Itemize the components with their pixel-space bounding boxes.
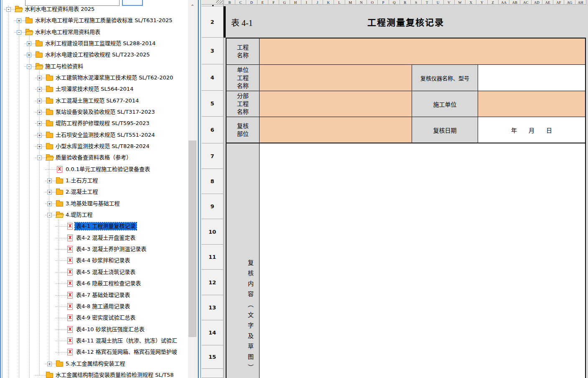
tree-item-label[interactable]: 水利水电工程单元工程施工质量验收标准 SL/T631-2025 [34,17,174,24]
tree-item[interactable]: +水利水电建设工程验收规程 SL/T223-2025 [3,49,188,61]
tree-item[interactable]: +2.混凝土工程 [3,186,188,198]
column-header[interactable]: AC [520,0,531,5]
tree-item[interactable]: 表4-11 混凝土抗压（抗渗、抗冻）试验汇 [3,335,188,347]
tree-item-label[interactable]: 5.水工金属结构安装工程 [64,360,126,368]
tree-item[interactable]: 表4-10 砂浆抗压强度汇总表 [3,324,188,335]
tree-item-label[interactable]: 泵站设备安装及验收规范 SL/T317-2023 [54,108,156,116]
column-header[interactable]: Q [389,0,400,5]
tree-item-label[interactable]: 表4-9 密实度试验汇总表 [75,314,137,322]
tree-item-label[interactable]: 表4-2 混凝土开盘鉴定表 [75,234,137,242]
expand-toggle-icon[interactable]: + [37,76,42,80]
tree-item[interactable]: 表4-6 隐蔽工程检查记录表 [3,278,188,289]
cell-unit-project-label[interactable]: 单位工程名称 [227,65,259,91]
tree-item[interactable]: +水利水电工程单元工程施工质量验收标准 SL/T631-2025 [3,15,188,26]
scrollbar-thumb[interactable] [188,140,196,337]
column-header[interactable]: W [455,0,466,5]
row-header[interactable]: 8 [201,169,224,194]
tree-item-label[interactable]: 水利水电工程资料用表 2025 [23,5,96,13]
column-header[interactable]: K [323,0,334,5]
row-header[interactable]: 9 [201,194,224,219]
tree-item-label[interactable]: 水利工程建设项目施工监理规范 SL288-2014 [44,40,157,47]
tree-item[interactable]: 表4-3 混凝土养护测温记录表 [3,244,188,255]
tree-item-label[interactable]: 4.堤防工程 [64,211,94,219]
tree-item-label[interactable]: 水利水电建设工程验收规程 SL/T223-2025 [44,51,151,59]
tree-item[interactable]: 水工金属结构制造安装质量检验检测规程 SL/T58 [3,370,188,378]
tree-item[interactable]: +3.地基处理与基础工程 [3,198,188,209]
row-header[interactable]: 7 [201,143,224,169]
expand-toggle-icon[interactable]: + [37,121,42,126]
row-header[interactable]: 12 [201,270,224,295]
select-all-corner[interactable] [201,0,224,5]
tree-item-label[interactable]: 小型水库监测技术规范 SL/T828-2024 [54,143,151,150]
tree-item[interactable]: +堤防工程养护修理规程 SL/T595-2023 [3,118,188,129]
column-header[interactable]: O [367,0,378,5]
tree-item[interactable]: -4.堤防工程 [3,209,188,221]
tree-item-label[interactable]: 表4-11 混凝土抗压（抗渗、抗冻）试验汇 [75,337,178,345]
column-header[interactable]: F [268,0,279,5]
row-header[interactable]: 2 [201,6,224,38]
cell-instrument-label[interactable]: 复核仪器名称、型号 [412,65,478,91]
tree-item[interactable]: +土石坝安全监测技术规范 SL/T551-2024 [3,130,188,141]
tree-item[interactable]: 表4-9 密实度试验汇总表 [3,312,188,324]
cell-division-project-value[interactable] [260,91,412,117]
tree-item-label[interactable]: 3.地基处理与基础工程 [64,200,121,207]
column-header[interactable]: S [411,0,422,5]
column-header[interactable]: AA [499,0,509,5]
tree-item-label[interactable]: 质量验收备查资料表格（参考） [54,154,133,161]
tree-item[interactable]: +土坝灌浆技术规范 SL564-2014 [3,84,188,95]
tree-item[interactable]: -施工与检验资料 [3,61,188,72]
column-header[interactable]: V [444,0,455,5]
tree-item[interactable]: 表4-7 基础处理记录表 [3,290,188,301]
tree-item[interactable]: +水利工程建设项目施工监理规范 SL288-2014 [3,38,188,49]
column-header[interactable]: L [334,0,345,5]
expand-toggle-icon[interactable]: + [27,53,31,57]
row-header[interactable]: 13 [201,295,224,320]
tree-item[interactable]: -质量验收备查资料表格（参考） [3,152,188,163]
cell-review-content-area[interactable] [260,143,585,378]
tree-item-label[interactable]: 水工建筑物水泥灌浆施工技术规范 SL/T62-2020 [54,74,174,82]
column-header[interactable]: I [301,0,312,5]
collapse-toggle-icon[interactable]: - [27,64,31,69]
column-header[interactable]: H [290,0,301,5]
column-header[interactable]: Y [476,0,487,5]
column-header[interactable]: E [257,0,268,5]
column-header[interactable]: AB [509,0,520,5]
cell-project-name-value[interactable] [260,38,585,64]
tree-item[interactable]: 表4-5 混凝土浇筑记录表 [3,267,188,278]
column-header[interactable]: B [224,0,235,5]
tree-item-label[interactable]: 堤防工程养护修理规程 SL/T595-2023 [54,120,151,127]
column-header[interactable]: U [433,0,443,5]
scroll-up-arrow-icon[interactable]: ⌃ [188,3,197,11]
tree-item-label[interactable]: 表4-3 混凝土养护测温记录表 [75,245,148,253]
column-header[interactable]: M [345,0,356,5]
expand-toggle-icon[interactable]: + [37,144,42,149]
column-header[interactable]: G [279,0,290,5]
expand-toggle-icon[interactable]: + [47,202,52,206]
column-header[interactable]: AE [542,0,553,5]
tree-item-label[interactable]: 表4-7 基础处理记录表 [75,291,131,299]
cell-unit-project-value[interactable] [260,65,412,91]
tree-item[interactable]: +泵站设备安装及验收规范 SL/T317-2023 [3,107,188,118]
tree-item[interactable]: +1.土石方工程 [3,175,188,186]
expand-toggle-icon[interactable]: + [37,133,42,138]
cell-construction-unit-value[interactable] [478,91,585,117]
tree-scrollbar[interactable]: ⌃ [188,0,197,378]
row-header[interactable]: 4 [201,64,224,91]
tree-item[interactable]: +水工建筑物水泥灌浆施工技术规范 SL/T62-2020 [3,72,188,84]
tree-item-label[interactable]: 2.混凝土工程 [64,188,99,196]
tree-item[interactable]: 表4-4 砂浆拌和记录表 [3,255,188,266]
tree-item[interactable]: +5.水工金属结构安装工程 [3,358,188,370]
column-header[interactable]: P [378,0,389,5]
collapse-toggle-icon[interactable]: - [6,7,11,12]
tree-item-label[interactable]: 表4-12 格宾石笼网箱、格宾石笼网垫护坡 [75,348,178,356]
column-header[interactable]: AD [532,0,542,5]
tree-item[interactable]: -水利水电工程资料用表 2025 [3,4,188,15]
tree-item[interactable]: 表4-8 施工通用记录表 [3,301,188,312]
column-header[interactable]: Z [488,0,499,5]
expand-toggle-icon[interactable]: + [37,87,42,92]
tree-item-label[interactable]: 表4-4 砂浆拌和记录表 [75,257,131,264]
panel-splitter[interactable] [197,0,198,378]
expand-toggle-icon[interactable]: + [17,18,21,23]
tree-item-label[interactable]: 施工与检验资料 [44,63,84,70]
tree-item-label[interactable]: 土坝灌浆技术规范 SL564-2014 [54,85,135,93]
